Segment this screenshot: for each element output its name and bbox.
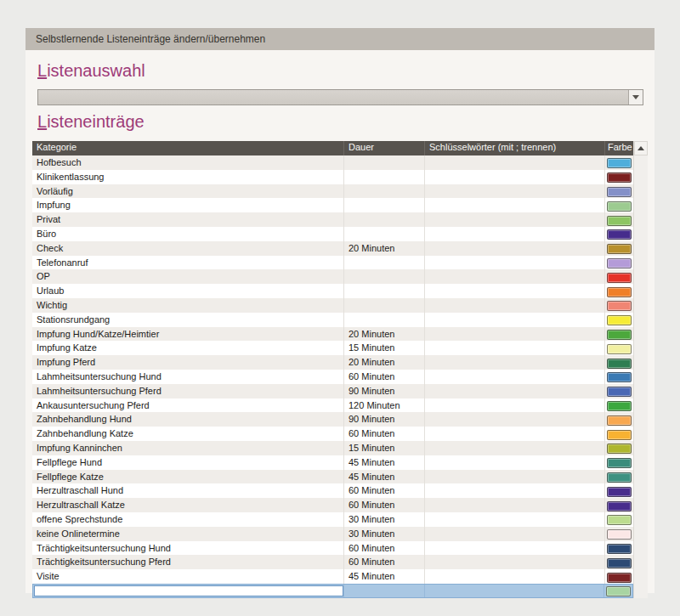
cell-dauer: 45 Minuten — [344, 455, 425, 470]
cell-kategorie: offene Sprechstunde — [32, 512, 344, 527]
table-row[interactable]: Büro — [32, 227, 633, 241]
table-row[interactable]: Telefonanruf — [32, 256, 633, 270]
scrollbar-track[interactable] — [634, 155, 648, 598]
table-row[interactable]: Zahnbehandlung Hund 90 Minuten — [32, 412, 633, 427]
table-row[interactable]: keine Onlinetermine 30 Minuten — [32, 527, 633, 541]
table-row[interactable]: Visite 45 Minuten — [32, 569, 633, 584]
color-swatch[interactable] — [607, 216, 632, 226]
color-swatch[interactable] — [607, 401, 632, 411]
cell-kategorie: Büro — [32, 227, 344, 241]
new-entry-row[interactable] — [32, 584, 633, 598]
color-swatch[interactable] — [607, 544, 632, 554]
cell-farbe — [605, 398, 633, 413]
cell-farbe — [605, 412, 633, 427]
cell-farbe — [605, 313, 633, 327]
column-header-dauer[interactable]: Dauer — [344, 141, 425, 155]
color-swatch[interactable] — [607, 158, 632, 168]
column-header-farbe[interactable]: Farbe — [605, 141, 633, 155]
table-row[interactable]: Impfung Pferd 20 Minuten — [32, 355, 633, 370]
table-row[interactable]: offene Sprechstunde 30 Minuten — [32, 512, 633, 527]
cell-schluesselwoerter — [425, 341, 605, 355]
dialog-titlebar[interactable]: Selbstlernende Listeneinträge ändern/übe… — [26, 28, 654, 50]
table-scrollbar[interactable] — [633, 141, 648, 598]
color-swatch[interactable] — [607, 229, 632, 240]
cell-kategorie: Impfung — [32, 198, 344, 212]
new-category-input[interactable] — [34, 585, 343, 596]
color-swatch[interactable] — [607, 472, 632, 483]
table-row[interactable]: Trächtigkeitsuntersuchung Pferd 60 Minut… — [32, 555, 633, 569]
color-swatch[interactable] — [607, 244, 632, 254]
cell-farbe — [605, 470, 633, 484]
color-swatch[interactable] — [607, 529, 632, 540]
color-swatch[interactable] — [607, 359, 632, 369]
dropdown-button[interactable] — [628, 90, 643, 105]
table-row[interactable]: Lahmheitsuntersuchung Hund 60 Minuten — [32, 370, 633, 384]
entries-grid: Kategorie Dauer Schlüsselwörter (mit ; t… — [32, 141, 633, 598]
color-swatch[interactable] — [607, 573, 632, 583]
cell-dauer — [344, 212, 425, 227]
table-row[interactable]: Ankausuntersuchung Pferd 120 Minuten — [32, 398, 633, 413]
column-header-kategorie[interactable]: Kategorie — [32, 141, 344, 155]
scroll-up-icon — [638, 146, 644, 150]
table-row[interactable]: Fellpflege Hund 45 Minuten — [32, 455, 633, 470]
color-swatch[interactable] — [607, 258, 632, 268]
color-swatch[interactable] — [607, 301, 632, 311]
table-row[interactable]: Impfung Katze 15 Minuten — [32, 341, 633, 355]
color-swatch[interactable] — [607, 273, 632, 283]
table-row[interactable]: Hofbesuch — [32, 155, 633, 170]
table-row[interactable]: Urlaub — [32, 284, 633, 298]
color-swatch[interactable] — [607, 501, 632, 511]
listeneintraege-heading: Listeneinträge — [37, 110, 654, 134]
list-select-dropdown[interactable] — [37, 89, 643, 105]
table-row[interactable]: Stationsrundgang — [32, 313, 633, 327]
table-row[interactable]: Klinikentlassung — [32, 170, 633, 184]
color-swatch[interactable] — [607, 415, 632, 426]
table-row[interactable]: Lahmheitsuntersuchung Pferd 90 Minuten — [32, 384, 633, 398]
color-swatch[interactable] — [607, 487, 632, 497]
color-swatch[interactable] — [607, 430, 632, 440]
color-swatch[interactable] — [607, 315, 632, 325]
table-row[interactable]: Vorläufig — [32, 184, 633, 199]
entries-table: Kategorie Dauer Schlüsselwörter (mit ; t… — [32, 141, 648, 598]
table-row[interactable]: Wichtig — [32, 298, 633, 313]
cell-farbe — [605, 298, 633, 313]
color-swatch[interactable] — [607, 444, 632, 454]
table-row[interactable]: Herzultraschall Hund 60 Minuten — [32, 483, 633, 498]
table-row[interactable]: Herzultraschall Katze 60 Minuten — [32, 498, 633, 512]
table-row[interactable]: Impfung Hund/Katze/Heimtier 20 Minuten — [32, 327, 633, 342]
color-swatch[interactable] — [607, 458, 632, 468]
list-select-value[interactable] — [38, 90, 628, 105]
cell-dauer: 60 Minuten — [344, 541, 425, 556]
color-swatch[interactable] — [607, 387, 632, 397]
color-swatch[interactable] — [606, 586, 631, 596]
table-row[interactable]: Impfung Kanninchen 15 Minuten — [32, 441, 633, 455]
color-swatch[interactable] — [607, 372, 632, 382]
color-swatch[interactable] — [607, 187, 632, 197]
cell-kategorie: Lahmheitsuntersuchung Pferd — [32, 384, 344, 398]
cell-schluesselwoerter — [425, 384, 605, 398]
table-row[interactable]: Privat — [32, 212, 633, 227]
cell-farbe — [605, 370, 633, 384]
scrollbar-up-button[interactable] — [634, 141, 648, 155]
column-header-schluesselwoerter[interactable]: Schlüsselwörter (mit ; trennen) — [425, 141, 605, 155]
color-swatch[interactable] — [607, 287, 632, 297]
cell-farbe — [605, 455, 633, 470]
table-row[interactable]: Check 20 Minuten — [32, 241, 633, 256]
table-row[interactable]: OP — [32, 269, 633, 284]
color-swatch[interactable] — [607, 201, 632, 212]
color-swatch[interactable] — [607, 344, 632, 354]
table-row[interactable]: Trächtigkeitsuntersuchung Hund 60 Minute… — [32, 541, 633, 556]
cell-kategorie: Herzultraschall Katze — [32, 498, 344, 512]
cell-farbe — [605, 355, 633, 370]
table-row[interactable]: Fellpflege Katze 45 Minuten — [32, 470, 633, 484]
table-row[interactable]: Impfung — [32, 198, 633, 212]
cell-dauer: 60 Minuten — [344, 427, 425, 441]
color-swatch[interactable] — [607, 172, 632, 183]
cell-dauer — [344, 269, 425, 284]
table-row[interactable]: Zahnbehandlung Katze 60 Minuten — [32, 427, 633, 441]
cell-schluesselwoerter — [425, 170, 605, 184]
color-swatch[interactable] — [607, 515, 632, 525]
color-swatch[interactable] — [607, 330, 632, 340]
color-swatch[interactable] — [607, 558, 632, 568]
cell-farbe — [605, 212, 633, 227]
